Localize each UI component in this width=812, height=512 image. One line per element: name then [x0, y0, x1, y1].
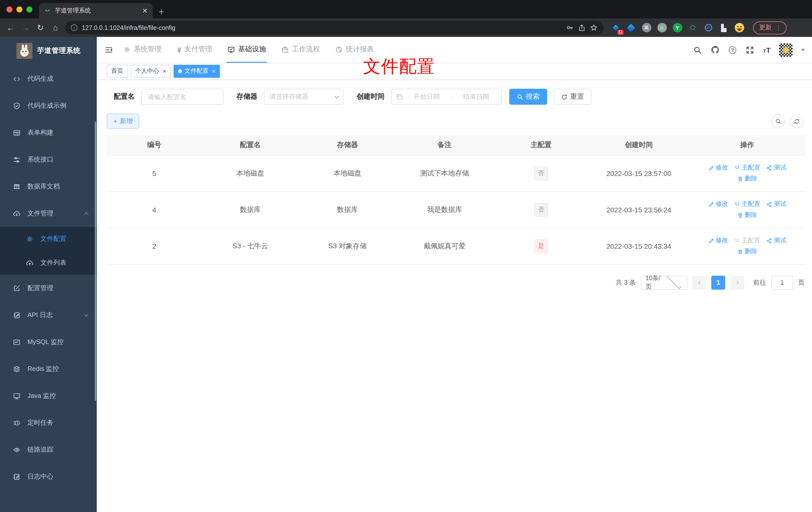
- refresh-table-button[interactable]: [790, 114, 804, 128]
- extension-kite-icon[interactable]: [626, 23, 636, 33]
- sidebar-item-code-gen-example[interactable]: 代码生成示例: [0, 92, 97, 119]
- sidebar-item-config-management[interactable]: 配置管理: [0, 275, 97, 302]
- search-icon[interactable]: [693, 46, 702, 54]
- reload-icon[interactable]: ↻: [35, 24, 46, 32]
- edit-link[interactable]: 修改: [708, 200, 728, 208]
- menu-infrastructure[interactable]: 基础设施: [227, 37, 267, 63]
- show-search-toggle-button[interactable]: [772, 114, 785, 128]
- end-date-placeholder[interactable]: 结束日期: [455, 92, 497, 101]
- font-size-icon[interactable]: TT: [763, 46, 771, 54]
- home-icon[interactable]: ⌂: [50, 24, 61, 32]
- page-size-select[interactable]: 10条/页: [641, 275, 687, 290]
- sidebar-item-file-management[interactable]: 文件管理: [0, 200, 97, 227]
- page-number-1[interactable]: 1: [711, 275, 725, 290]
- tab-close-icon[interactable]: ✕: [142, 7, 148, 14]
- sidebar-item-scheduled-tasks[interactable]: 定时任务: [0, 409, 97, 436]
- reset-button[interactable]: 重置: [554, 89, 591, 105]
- menu-workflow[interactable]: 工作流程: [281, 37, 321, 63]
- collapse-sidebar-icon[interactable]: [104, 46, 113, 54]
- test-link[interactable]: 测试: [766, 236, 786, 245]
- date-range-picker[interactable]: 开始日期 - 结束日期: [391, 89, 502, 105]
- sidebar-item-file-list[interactable]: 文件列表: [0, 251, 97, 275]
- address-bar[interactable]: i 127.0.0.1:1024/infra/file/file-config: [65, 21, 604, 34]
- cell-remark: 戴佩妮真可爱: [396, 228, 493, 264]
- storage-select[interactable]: 请选择存储器: [264, 89, 344, 105]
- prev-page-button[interactable]: [692, 275, 706, 290]
- sidebar-scrollbar[interactable]: [95, 122, 96, 401]
- sidebar-item-api-log[interactable]: API 日志: [0, 302, 97, 329]
- next-page-button[interactable]: [730, 275, 744, 290]
- delete-link[interactable]: 删除: [737, 247, 757, 256]
- bookmark-star-icon[interactable]: [590, 24, 598, 31]
- start-date-placeholder[interactable]: 开始日期: [406, 92, 447, 101]
- delete-link[interactable]: 删除: [737, 175, 757, 183]
- share-icon[interactable]: [578, 24, 585, 31]
- sidebar-item-java-monitor[interactable]: Java 监控: [0, 382, 97, 409]
- github-icon[interactable]: [710, 46, 720, 54]
- tag-home[interactable]: 首页: [107, 65, 128, 78]
- edit-link[interactable]: 修改: [708, 163, 728, 172]
- master-config-link[interactable]: 主配置: [734, 200, 760, 208]
- user-avatar[interactable]: [779, 43, 792, 57]
- sidebar-item-tracing[interactable]: 链路追踪: [0, 436, 97, 463]
- menu-payment-management[interactable]: ¥ 支付管理: [176, 37, 213, 63]
- extension-star-icon[interactable]: ✩: [688, 23, 698, 33]
- test-link[interactable]: 测试: [766, 200, 786, 208]
- cloud-upload-icon: [26, 259, 33, 267]
- delete-link[interactable]: 删除: [737, 211, 757, 219]
- password-key-icon[interactable]: [566, 24, 574, 31]
- menu-system-management[interactable]: 系统管理: [122, 37, 163, 63]
- sidebar-item-form-builder[interactable]: 表单构建: [0, 119, 97, 146]
- master-config-link[interactable]: 主配置: [734, 163, 760, 172]
- browser-menu-icon[interactable]: ⋮: [775, 24, 782, 31]
- sidebar-item-system-api[interactable]: 系统接口: [0, 146, 97, 173]
- site-info-icon[interactable]: i: [71, 24, 77, 31]
- back-icon[interactable]: ←: [5, 24, 16, 32]
- extensions-puzzle-icon[interactable]: ▙: [719, 23, 729, 33]
- timer-icon: [13, 419, 21, 426]
- add-button[interactable]: + 新增: [107, 114, 139, 129]
- share-nodes-icon: [766, 238, 772, 244]
- avatar-dropdown-icon[interactable]: [801, 49, 805, 51]
- sidebar-item-code-generation[interactable]: 代码生成: [0, 65, 97, 92]
- forward-icon[interactable]: →: [20, 24, 31, 32]
- close-window-button[interactable]: [6, 6, 12, 12]
- sidebar-item-mysql-monitor[interactable]: MySQL 监控: [0, 329, 97, 356]
- edit-link[interactable]: 修改: [708, 236, 728, 245]
- minimize-window-button[interactable]: [17, 6, 23, 12]
- close-icon[interactable]: ×: [212, 68, 215, 74]
- new-tab-button[interactable]: +: [158, 7, 164, 17]
- sidebar-item-redis-monitor[interactable]: Redis 监控: [0, 356, 97, 382]
- extension-command-icon[interactable]: ⌘: [641, 23, 651, 33]
- sidebar-menu: 代码生成 代码生成示例 表单构建 系统接口 数据库文档: [0, 65, 97, 490]
- trash-icon: [737, 176, 743, 182]
- menu-label: 统计报表: [346, 45, 374, 54]
- maximize-window-button[interactable]: [26, 6, 32, 12]
- plus-icon: +: [113, 117, 117, 125]
- sidebar-item-file-config[interactable]: 文件配置: [0, 227, 97, 251]
- extension-eye-icon[interactable]: [703, 23, 713, 33]
- active-dot: [178, 69, 182, 73]
- goto-page-input[interactable]: [771, 275, 793, 290]
- url-text[interactable]: 127.0.0.1:1024/infra/file/file-config: [82, 24, 561, 31]
- app-logo[interactable]: 芋道管理系统: [0, 37, 97, 65]
- browser-update-button[interactable]: 更新 ⋮: [753, 21, 787, 34]
- config-name-input[interactable]: [141, 89, 224, 105]
- search-button[interactable]: 搜索: [509, 89, 547, 105]
- extension-y-icon[interactable]: Y: [672, 23, 682, 33]
- test-link[interactable]: 测试: [766, 163, 786, 172]
- close-icon[interactable]: ×: [163, 68, 166, 74]
- sidebar-item-db-doc[interactable]: 数据库文档: [0, 173, 97, 200]
- tag-file-config[interactable]: 文件配置 ×: [174, 65, 220, 78]
- extension-dot-icon[interactable]: [657, 23, 667, 33]
- help-icon[interactable]: ?: [728, 46, 737, 54]
- profile-avatar-icon[interactable]: [734, 23, 744, 33]
- tag-profile[interactable]: 个人中心 ×: [131, 65, 171, 78]
- browser-tab[interactable]: 芋道管理系统 ✕: [39, 3, 153, 19]
- tag-label: 首页: [111, 67, 123, 75]
- sidebar-item-log-center[interactable]: 日志中心: [0, 463, 97, 490]
- extension-grid-icon[interactable]: 11: [610, 23, 620, 33]
- cell-id: 2: [107, 228, 202, 264]
- window-controls[interactable]: [6, 6, 32, 12]
- fullscreen-icon[interactable]: [746, 46, 754, 54]
